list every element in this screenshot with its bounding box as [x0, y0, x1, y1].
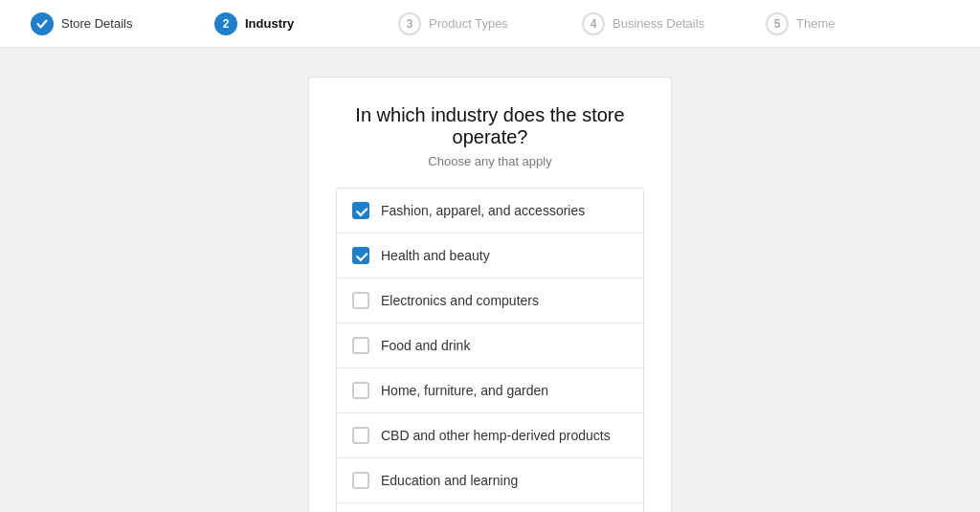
step-circle-theme: 5	[766, 12, 789, 35]
step-label-theme: Theme	[796, 16, 835, 31]
checkbox-cbd	[352, 427, 369, 444]
checkbox-electronics	[352, 292, 369, 309]
nav-step-industry[interactable]: 2Industry	[214, 12, 398, 35]
industry-card: In which industry does the store operate…	[308, 77, 672, 512]
step-circle-industry: 2	[214, 12, 237, 35]
step-circle-product-types: 3	[398, 12, 421, 35]
nav-step-store-details[interactable]: Store Details	[31, 12, 214, 35]
step-label-product-types: Product Types	[429, 16, 508, 31]
checkbox-health	[352, 247, 369, 264]
option-list: Fashion, apparel, and accessoriesHealth …	[336, 188, 644, 512]
wizard-nav: Store Details2Industry3Product Types4Bus…	[0, 0, 980, 48]
option-item-home[interactable]: Home, furniture, and garden	[337, 368, 643, 413]
option-label-education: Education and learning	[381, 473, 518, 488]
option-item-health[interactable]: Health and beauty	[337, 234, 643, 278]
option-item-electronics[interactable]: Electronics and computers	[337, 278, 643, 323]
nav-step-product-types[interactable]: 3Product Types	[398, 12, 582, 35]
card-subtitle: Choose any that apply	[336, 154, 644, 168]
option-item-other[interactable]: Other	[337, 503, 643, 512]
option-label-food: Food and drink	[381, 338, 470, 353]
option-item-cbd[interactable]: CBD and other hemp-derived products	[337, 413, 643, 458]
option-label-fashion: Fashion, apparel, and accessories	[381, 203, 585, 218]
option-label-electronics: Electronics and computers	[381, 293, 539, 308]
option-item-food[interactable]: Food and drink	[337, 323, 643, 368]
option-label-health: Health and beauty	[381, 248, 490, 263]
main-content: In which industry does the store operate…	[0, 48, 980, 512]
option-item-fashion[interactable]: Fashion, apparel, and accessories	[337, 189, 643, 234]
option-label-home: Home, furniture, and garden	[381, 383, 548, 398]
nav-step-business-details[interactable]: 4Business Details	[582, 12, 766, 35]
step-circle-business-details: 4	[582, 12, 605, 35]
step-circle-store-details	[31, 12, 54, 35]
step-label-store-details: Store Details	[61, 16, 132, 31]
checkbox-food	[352, 337, 369, 354]
option-label-cbd: CBD and other hemp-derived products	[381, 428, 611, 443]
checkbox-home	[352, 382, 369, 399]
step-label-industry: Industry	[245, 16, 294, 31]
checkbox-fashion	[352, 202, 369, 219]
nav-step-theme[interactable]: 5Theme	[766, 12, 949, 35]
option-item-education[interactable]: Education and learning	[337, 458, 643, 503]
card-title: In which industry does the store operate…	[336, 104, 644, 148]
step-label-business-details: Business Details	[612, 16, 704, 31]
checkbox-education	[352, 472, 369, 489]
